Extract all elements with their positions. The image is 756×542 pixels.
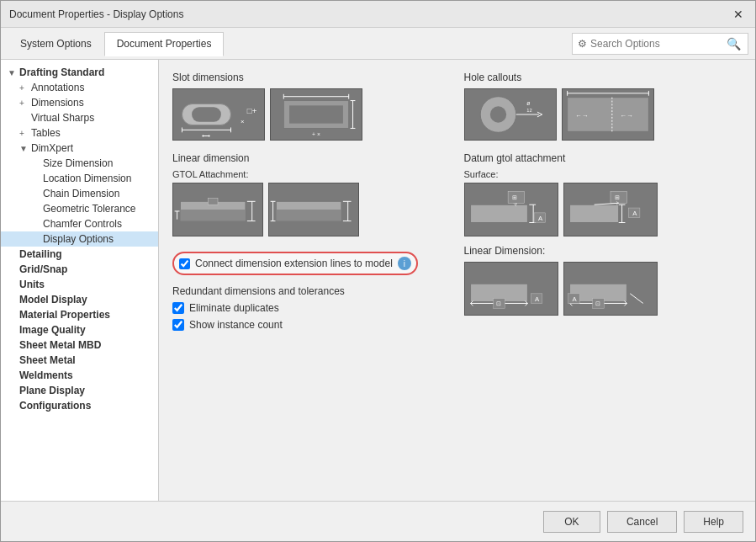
sidebar: ▼ Drafting Standard + Annotations + Dime… <box>1 60 159 501</box>
content-area: Slot dimensions ⟷ <box>159 60 755 501</box>
svg-text:←→: ←→ <box>575 112 588 120</box>
sidebar-item-dimensions[interactable]: + Dimensions <box>1 95 158 110</box>
middle-sections-row: Linear dimension GTOL Attachment: <box>172 152 742 336</box>
help-button[interactable]: Help <box>684 511 743 533</box>
connect-dimension-label: Connect dimension extension lines to mod… <box>195 258 393 269</box>
sidebar-item-label: Annotations <box>31 82 84 93</box>
search-input[interactable] <box>590 38 725 50</box>
sidebar-item-label: Configurations <box>19 400 91 412</box>
main-content: ▼ Drafting Standard + Annotations + Dime… <box>1 60 755 501</box>
gtol-image-2 <box>268 183 359 236</box>
sidebar-item-label: Material Properties <box>19 309 110 321</box>
dialog-window: Document Properties - Display Options ✕ … <box>0 0 756 542</box>
sidebar-item-virtual-sharps[interactable]: Virtual Sharps <box>1 110 158 125</box>
datum-images-row: ⊞ A <box>464 183 743 236</box>
expander-icon: + <box>19 129 31 138</box>
sidebar-item-plane-display[interactable]: Plane Display <box>1 383 158 398</box>
sidebar-item-label: Size Dimension <box>43 157 113 169</box>
svg-text:□+: □+ <box>247 106 257 115</box>
svg-rect-1 <box>192 107 221 121</box>
gtol-images-row <box>172 183 451 236</box>
ok-button[interactable]: OK <box>543 511 600 533</box>
svg-point-18 <box>489 106 505 122</box>
eliminate-duplicates-row: Eliminate duplicates <box>172 302 451 314</box>
top-sections-row: Slot dimensions ⟷ <box>172 72 742 141</box>
sidebar-item-configurations[interactable]: Configurations <box>1 398 158 413</box>
sidebar-item-chamfer-controls[interactable]: Chamfer Controls <box>1 216 158 231</box>
datum-image-1: ⊞ A <box>464 183 558 236</box>
sidebar-item-size-dimension[interactable]: Size Dimension <box>1 156 158 171</box>
linear-dim-column: Linear dimension GTOL Attachment: <box>172 152 451 336</box>
close-button[interactable]: ✕ <box>730 6 747 23</box>
sidebar-item-label: Display Options <box>43 233 114 245</box>
sidebar-item-label: Geometric Tolerance <box>43 203 136 215</box>
sidebar-item-chain-dimension[interactable]: Chain Dimension <box>1 186 158 201</box>
hole-callouts-section: Hole callouts ø 12 <box>464 72 743 141</box>
sidebar-item-sheet-metal[interactable]: Sheet Metal <box>1 353 158 368</box>
sidebar-item-model-display[interactable]: Model Display <box>1 292 158 307</box>
sidebar-item-label: Tables <box>31 127 61 139</box>
tab-system-options[interactable]: System Options <box>8 32 104 56</box>
search-button[interactable]: 🔍 <box>725 37 743 50</box>
sidebar-item-tables[interactable]: + Tables <box>1 125 158 141</box>
show-instance-row: Show instance count <box>172 319 451 331</box>
cancel-button[interactable]: Cancel <box>607 511 677 533</box>
linear-dim-right-section: Linear Dimension: <box>464 245 743 316</box>
redundant-section: Redundant dimensions and tolerances Elim… <box>172 285 451 336</box>
svg-rect-57 <box>569 205 618 222</box>
sidebar-item-geometric-tolerance[interactable]: Geometric Tolerance <box>1 201 158 216</box>
svg-text:A: A <box>632 210 637 217</box>
sidebar-item-weldments[interactable]: Weldments <box>1 368 158 383</box>
sidebar-item-label: Model Display <box>19 294 87 306</box>
expander-icon: + <box>19 83 31 93</box>
sidebar-item-label: Drafting Standard <box>19 66 104 78</box>
svg-text:A: A <box>572 295 577 303</box>
linear-dim-title: Linear dimension <box>172 152 451 164</box>
sidebar-item-dimxpert[interactable]: ▼ DimXpert <box>1 141 158 156</box>
hole-callouts-title: Hole callouts <box>464 72 743 83</box>
sidebar-item-label: DimXpert <box>31 142 73 154</box>
connect-checkbox-row: Connect dimension extension lines to mod… <box>172 252 418 275</box>
datum-gtol-title: Datum gtol attachment <box>464 152 743 164</box>
eliminate-duplicates-checkbox[interactable] <box>172 302 184 314</box>
tab-document-properties[interactable]: Document Properties <box>104 32 225 56</box>
surface-label: Surface: <box>464 169 743 179</box>
svg-text:12: 12 <box>526 108 531 113</box>
sidebar-item-material-properties[interactable]: Material Properties <box>1 307 158 322</box>
svg-text:⊡: ⊡ <box>495 300 500 306</box>
expander-icon: ▼ <box>19 144 31 153</box>
sidebar-item-detailing[interactable]: Detailing <box>1 247 158 262</box>
sidebar-item-image-quality[interactable]: Image Quality <box>1 322 158 337</box>
lindim-images-row: ⊡ A <box>464 262 743 316</box>
title-bar: Document Properties - Display Options ✕ <box>1 1 755 28</box>
expander-icon: + <box>19 98 31 108</box>
slot-dimensions-section: Slot dimensions ⟷ <box>172 72 451 141</box>
sidebar-item-label: Plane Display <box>19 385 85 396</box>
eliminate-duplicates-label: Eliminate duplicates <box>189 302 279 314</box>
svg-text:+ ×: + × <box>312 131 320 137</box>
svg-rect-32 <box>180 210 246 221</box>
sidebar-item-label: Virtual Sharps <box>31 112 94 124</box>
tabs-left: System Options Document Properties <box>8 32 224 56</box>
connect-dimension-checkbox[interactable] <box>179 258 190 269</box>
slot-image-2: + × <box>270 88 362 141</box>
lindim-image-2: A ⊡ <box>563 262 658 316</box>
sidebar-item-sheet-metal-mbd[interactable]: Sheet Metal MBD <box>1 337 158 353</box>
show-instance-checkbox[interactable] <box>172 319 184 331</box>
sidebar-item-label: Sheet Metal <box>19 354 76 366</box>
sidebar-item-display-options[interactable]: Display Options <box>1 231 158 247</box>
svg-text:⊡: ⊡ <box>595 300 600 306</box>
sidebar-item-units[interactable]: Units <box>1 277 158 292</box>
sidebar-item-label: Units <box>19 279 45 290</box>
info-icon[interactable]: i <box>398 257 411 270</box>
show-instance-label: Show instance count <box>189 319 283 331</box>
slot-images-row: ⟷ □+ × <box>172 88 451 141</box>
svg-text:ø: ø <box>526 100 530 106</box>
sidebar-item-drafting-standard[interactable]: ▼ Drafting Standard <box>1 65 158 80</box>
slot-dimensions-title: Slot dimensions <box>172 72 451 83</box>
sidebar-item-grid-snap[interactable]: Grid/Snap <box>1 262 158 277</box>
sidebar-item-annotations[interactable]: + Annotations <box>1 80 158 95</box>
sidebar-item-location-dimension[interactable]: Location Dimension <box>1 171 158 186</box>
tabs-bar: System Options Document Properties ⚙ 🔍 <box>1 28 755 60</box>
hole-image-1: ø 12 <box>464 88 557 141</box>
